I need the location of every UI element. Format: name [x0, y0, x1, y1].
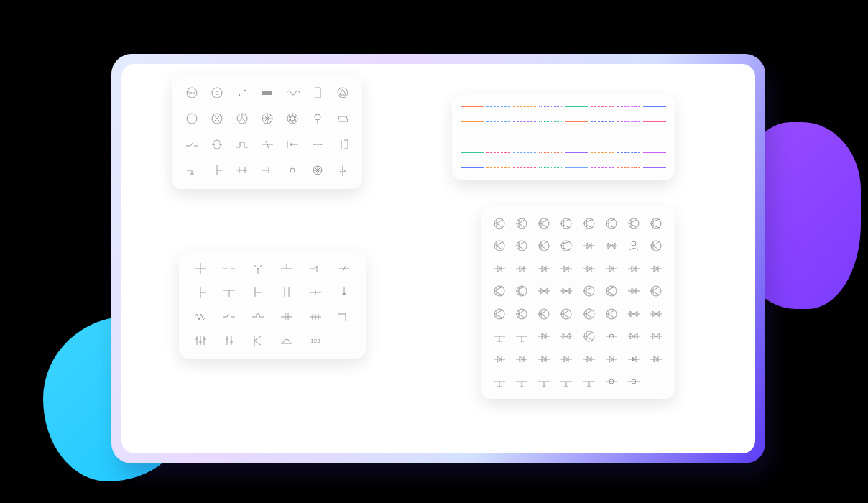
shape-double-gap[interactable] — [221, 260, 238, 277]
line-swatch[interactable] — [539, 167, 562, 168]
shape-center-tap[interactable] — [307, 284, 324, 301]
shape-spark-gap[interactable] — [648, 328, 664, 344]
line-swatch[interactable] — [486, 152, 509, 153]
shape-npn[interactable] — [491, 216, 507, 231]
shape-scr[interactable] — [536, 238, 552, 254]
shape-probe-down[interactable] — [336, 284, 353, 301]
line-swatch[interactable] — [565, 106, 588, 107]
line-swatch[interactable] — [539, 121, 562, 122]
shape-line-dots[interactable] — [309, 136, 326, 153]
shape-gate-scr[interactable] — [514, 283, 530, 299]
line-swatch[interactable] — [565, 137, 588, 137]
line-swatch[interactable] — [617, 152, 640, 153]
shape-crossed-stem[interactable] — [259, 136, 276, 153]
shape-k-trans[interactable] — [536, 306, 552, 322]
shape-kink-stub[interactable] — [307, 260, 324, 277]
line-swatch[interactable] — [486, 106, 509, 107]
line-swatch[interactable] — [617, 137, 640, 137]
shape-dot-pair[interactable] — [234, 84, 251, 101]
line-swatch[interactable] — [513, 152, 536, 153]
shape-inline-cap[interactable] — [558, 351, 574, 367]
shape-jk-flip[interactable] — [491, 238, 507, 254]
shape-schottky[interactable] — [626, 261, 642, 277]
shape-stub-terminal[interactable] — [259, 162, 276, 179]
line-swatch[interactable] — [565, 121, 588, 122]
shape-rotate-arrows[interactable] — [208, 136, 226, 153]
shape-inline-fuse[interactable] — [604, 351, 619, 367]
shape-varactor[interactable] — [648, 261, 664, 277]
line-swatch[interactable] — [643, 152, 666, 153]
shape-inline-open[interactable] — [648, 351, 664, 367]
shape-inline-filled[interactable] — [626, 351, 642, 367]
shape-drop-line[interactable] — [336, 308, 353, 326]
shape-diode-up[interactable] — [536, 261, 552, 277]
shape-tap-right[interactable] — [514, 328, 530, 344]
shape-trapezoid[interactable] — [334, 110, 351, 127]
shape-opto[interactable] — [558, 238, 574, 254]
line-swatch[interactable] — [643, 121, 666, 122]
shape-zigzag-line[interactable] — [192, 308, 209, 326]
shape-star-of-david[interactable] — [284, 110, 301, 127]
shape-notch-line[interactable] — [249, 308, 267, 326]
shape-switch-diode[interactable] — [626, 283, 642, 299]
shape-inline-led[interactable] — [514, 351, 530, 367]
shape-buffer[interactable] — [648, 283, 664, 299]
shape-circle[interactable] — [183, 110, 200, 127]
shape-triangle-in-circle[interactable] — [334, 84, 351, 101]
shape-avatar[interactable] — [626, 238, 642, 254]
line-swatch[interactable] — [486, 167, 509, 168]
shape-clamp[interactable] — [604, 283, 619, 299]
shape-loop-device[interactable] — [581, 374, 597, 389]
shape-loop[interactable] — [278, 332, 295, 349]
shape-series-pair[interactable] — [581, 328, 597, 344]
line-swatch[interactable] — [591, 152, 614, 153]
shape-vertical-diode[interactable] — [334, 162, 351, 179]
shape-y-split[interactable] — [514, 306, 530, 322]
line-swatch[interactable] — [486, 121, 509, 122]
shape-capacitor-flag[interactable] — [334, 136, 351, 153]
shape-gs-circle[interactable]: GS — [183, 84, 200, 101]
line-swatch[interactable] — [617, 106, 640, 107]
line-swatch[interactable] — [591, 106, 614, 107]
line-swatch[interactable] — [617, 167, 640, 168]
shape-dot-device[interactable] — [626, 374, 642, 389]
shape-mosfet[interactable] — [626, 216, 642, 231]
shape-igbt[interactable] — [604, 216, 619, 231]
shape-zener[interactable] — [581, 261, 597, 277]
shape-sine-wave[interactable] — [284, 84, 301, 101]
shape-hump-line[interactable] — [221, 308, 238, 326]
shape-ground-device[interactable] — [491, 374, 507, 389]
line-swatch[interactable] — [461, 152, 484, 153]
shape-y-junction[interactable] — [491, 306, 507, 322]
shape-ring-pair[interactable] — [604, 328, 619, 344]
line-swatch[interactable] — [461, 137, 484, 137]
line-swatch[interactable] — [591, 121, 614, 122]
shape-blank[interactable] — [336, 332, 353, 349]
line-swatch[interactable] — [591, 137, 614, 137]
shape-d-trans[interactable] — [604, 306, 619, 322]
shape-k-junction[interactable] — [249, 332, 267, 349]
line-swatch[interactable] — [461, 106, 484, 107]
shape-led[interactable] — [558, 261, 574, 277]
shape-bjt-circle[interactable] — [514, 238, 530, 254]
shape-offset-tap[interactable] — [249, 284, 267, 301]
shape-crossed[interactable] — [581, 306, 597, 322]
shape-blank[interactable] — [648, 374, 664, 389]
shape-inline-res[interactable] — [581, 351, 597, 367]
shape-triple-stagger[interactable] — [192, 332, 209, 349]
shape-triac-alt[interactable] — [558, 283, 574, 299]
shape-tunnel[interactable] — [604, 261, 619, 277]
shape-vertical-tap[interactable] — [192, 284, 209, 301]
shape-c-circle[interactable]: C — [208, 84, 226, 101]
shape-anti-parallel[interactable] — [558, 328, 574, 344]
line-swatch[interactable] — [643, 106, 666, 107]
shape-ground-tap[interactable] — [183, 162, 200, 179]
shape-circle-x[interactable] — [208, 110, 226, 127]
shape-tee-down[interactable] — [221, 284, 238, 301]
shape-fet-alt[interactable] — [648, 238, 664, 254]
shape-t-split[interactable] — [278, 260, 295, 277]
line-swatch[interactable] — [539, 106, 562, 107]
shape-pnp[interactable] — [514, 216, 530, 231]
shape-bi-diode[interactable] — [536, 328, 552, 344]
shape-photo-diode-c[interactable] — [581, 238, 597, 254]
